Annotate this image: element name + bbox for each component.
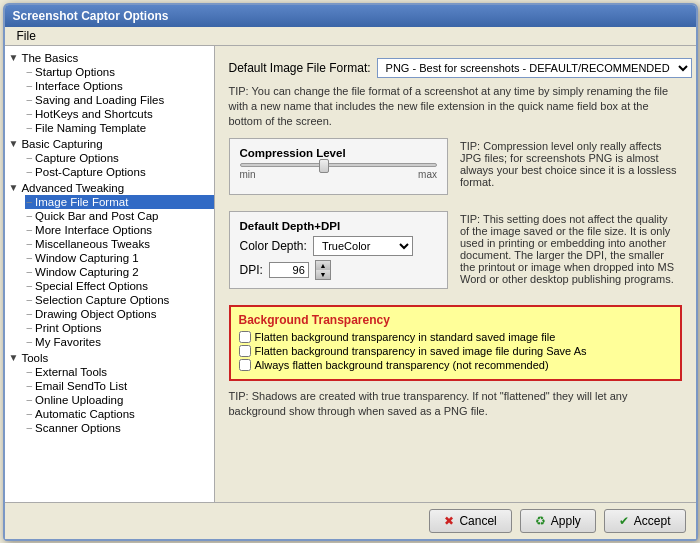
tree-root-tools[interactable]: ▼ Tools — [5, 351, 214, 365]
checkbox-flatten-standard: Flatten background transparency in stand… — [239, 331, 672, 343]
tools-children: – External Tools – Email SendTo List – O… — [5, 365, 214, 435]
checkbox-flatten-saveas-input[interactable] — [239, 345, 251, 357]
menu-file[interactable]: File — [11, 27, 42, 45]
color-depth-label: Color Depth: — [240, 239, 307, 253]
tree-section-tools: ▼ Tools – External Tools – Email SendTo … — [5, 350, 214, 436]
format-row: Default Image File Format: PNG - Best fo… — [229, 58, 682, 78]
sidebar-item-window2[interactable]: – Window Capturing 2 — [25, 265, 214, 279]
compression-left: Compression Level min max — [229, 138, 449, 203]
menu-bar: File — [5, 27, 696, 46]
accept-button[interactable]: ✔ Accept — [604, 509, 686, 533]
tree-section-basics: ▼ The Basics – Startup Options – Interfa… — [5, 50, 214, 136]
section-label-basic-cap: Basic Capturing — [21, 138, 102, 150]
arrow-icon: ▼ — [9, 138, 19, 149]
tree-root-advanced[interactable]: ▼ Advanced Tweaking — [5, 181, 214, 195]
sidebar-item-image-format[interactable]: – Image File Format — [25, 195, 214, 209]
checkbox-flatten-saveas-label: Flatten background transparency in saved… — [255, 345, 587, 357]
arrow-icon: ▼ — [9, 182, 19, 193]
sidebar-item-scanner[interactable]: – Scanner Options — [25, 421, 214, 435]
tip-format: TIP: You can change the file format of a… — [229, 84, 682, 130]
sidebar-item-misc-tweaks[interactable]: – Miscellaneous Tweaks — [25, 237, 214, 251]
basic-cap-children: – Capture Options – Post-Capture Options — [5, 151, 214, 179]
checkbox-always-flatten: Always flatten background transparency (… — [239, 359, 672, 371]
cancel-button[interactable]: ✖ Cancel — [429, 509, 511, 533]
title-bar: Screenshot Captor Options — [5, 5, 696, 27]
depth-dpi-tip: TIP: This setting does not affect the qu… — [458, 211, 682, 297]
sidebar-item-captions[interactable]: – Automatic Captions — [25, 407, 214, 421]
depth-dpi-title: Default Depth+DPI — [240, 220, 438, 232]
checkbox-always-flatten-input[interactable] — [239, 359, 251, 371]
section-label-tools: Tools — [21, 352, 48, 364]
footer: ✖ Cancel ♻ Apply ✔ Accept — [5, 502, 696, 539]
right-panel: Default Image File Format: PNG - Best fo… — [215, 46, 696, 502]
slider-max: max — [418, 169, 437, 180]
sidebar-item-favorites[interactable]: – My Favorites — [25, 335, 214, 349]
sidebar-item-hotkeys[interactable]: – HotKeys and Shortcuts — [25, 107, 214, 121]
sidebar-item-more-interface[interactable]: – More Interface Options — [25, 223, 214, 237]
slider-min: min — [240, 169, 256, 180]
tree-section-advanced: ▼ Advanced Tweaking – Image File Format … — [5, 180, 214, 350]
section-label-basics: The Basics — [21, 52, 78, 64]
sidebar-item-post-capture[interactable]: – Post-Capture Options — [25, 165, 214, 179]
slider-thumb[interactable] — [319, 159, 329, 173]
basics-children: – Startup Options – Interface Options – … — [5, 65, 214, 135]
sidebar-item-special-effects[interactable]: – Special Effect Options — [25, 279, 214, 293]
tip-shadow: TIP: Shadows are created with true trans… — [229, 389, 682, 420]
sidebar-item-external-tools[interactable]: – External Tools — [25, 365, 214, 379]
tree-section-basic-cap: ▼ Basic Capturing – Capture Options – Po… — [5, 136, 214, 180]
compression-section: Compression Level min max — [229, 138, 449, 195]
checkbox-flatten-saveas: Flatten background transparency in saved… — [239, 345, 672, 357]
tree-root-basics[interactable]: ▼ The Basics — [5, 51, 214, 65]
cancel-label: Cancel — [459, 514, 496, 528]
sidebar-item-drawing-object[interactable]: – Drawing Object Options — [25, 307, 214, 321]
section-label-advanced: Advanced Tweaking — [21, 182, 124, 194]
checkbox-flatten-standard-label: Flatten background transparency in stand… — [255, 331, 556, 343]
sidebar-item-startup[interactable]: – Startup Options — [25, 65, 214, 79]
sidebar-item-saving[interactable]: – Saving and Loading Files — [25, 93, 214, 107]
bg-transparency-section: Background Transparency Flatten backgrou… — [229, 305, 682, 381]
sidebar-item-selection-capture[interactable]: – Selection Capture Options — [25, 293, 214, 307]
apply-label: Apply — [551, 514, 581, 528]
slider-container — [240, 163, 438, 167]
compression-row: Compression Level min max TIP: Compressi… — [229, 138, 682, 203]
sidebar-item-print[interactable]: – Print Options — [25, 321, 214, 335]
sidebar: ▼ The Basics – Startup Options – Interfa… — [5, 46, 215, 502]
sidebar-item-window1[interactable]: – Window Capturing 1 — [25, 251, 214, 265]
color-depth-dropdown[interactable]: TrueColor — [313, 236, 413, 256]
sidebar-item-upload[interactable]: – Online Uploading — [25, 393, 214, 407]
sidebar-item-capture-opts[interactable]: – Capture Options — [25, 151, 214, 165]
format-dropdown[interactable]: PNG - Best for screenshots - DEFAULT/REC… — [377, 58, 692, 78]
apply-button[interactable]: ♻ Apply — [520, 509, 596, 533]
depth-dpi-row: Default Depth+DPI Color Depth: TrueColor… — [229, 211, 682, 297]
tree-root-basic-cap[interactable]: ▼ Basic Capturing — [5, 137, 214, 151]
dpi-spin-down[interactable]: ▼ — [316, 270, 330, 279]
cancel-icon: ✖ — [444, 514, 454, 528]
depth-dpi-section: Default Depth+DPI Color Depth: TrueColor… — [229, 211, 449, 289]
dpi-spin-up[interactable]: ▲ — [316, 261, 330, 270]
window-title: Screenshot Captor Options — [13, 9, 169, 23]
dpi-spin[interactable]: ▲ ▼ — [315, 260, 331, 280]
sidebar-item-naming[interactable]: – File Naming Template — [25, 121, 214, 135]
checkbox-flatten-standard-input[interactable] — [239, 331, 251, 343]
dpi-input[interactable]: 96 — [269, 262, 309, 278]
format-label: Default Image File Format: — [229, 61, 371, 75]
compression-slider[interactable] — [240, 163, 438, 167]
advanced-children: – Image File Format – Quick Bar and Post… — [5, 195, 214, 349]
slider-labels: min max — [240, 169, 438, 180]
dpi-row: DPI: 96 ▲ ▼ — [240, 260, 438, 280]
accept-label: Accept — [634, 514, 671, 528]
main-content: ▼ The Basics – Startup Options – Interfa… — [5, 46, 696, 502]
compression-tip: TIP: Compression level only really affec… — [458, 138, 682, 203]
depth-dpi-left: Default Depth+DPI Color Depth: TrueColor… — [229, 211, 449, 297]
checkbox-always-flatten-label: Always flatten background transparency (… — [255, 359, 549, 371]
sidebar-item-email[interactable]: – Email SendTo List — [25, 379, 214, 393]
bg-title: Background Transparency — [239, 313, 672, 327]
accept-icon: ✔ — [619, 514, 629, 528]
apply-icon: ♻ — [535, 514, 546, 528]
sidebar-item-quickbar[interactable]: – Quick Bar and Post Cap — [25, 209, 214, 223]
arrow-icon: ▼ — [9, 52, 19, 63]
options-window: Screenshot Captor Options File ▼ The Bas… — [3, 3, 698, 541]
sidebar-item-interface[interactable]: – Interface Options — [25, 79, 214, 93]
dpi-label: DPI: — [240, 263, 263, 277]
compression-title: Compression Level — [240, 147, 438, 159]
